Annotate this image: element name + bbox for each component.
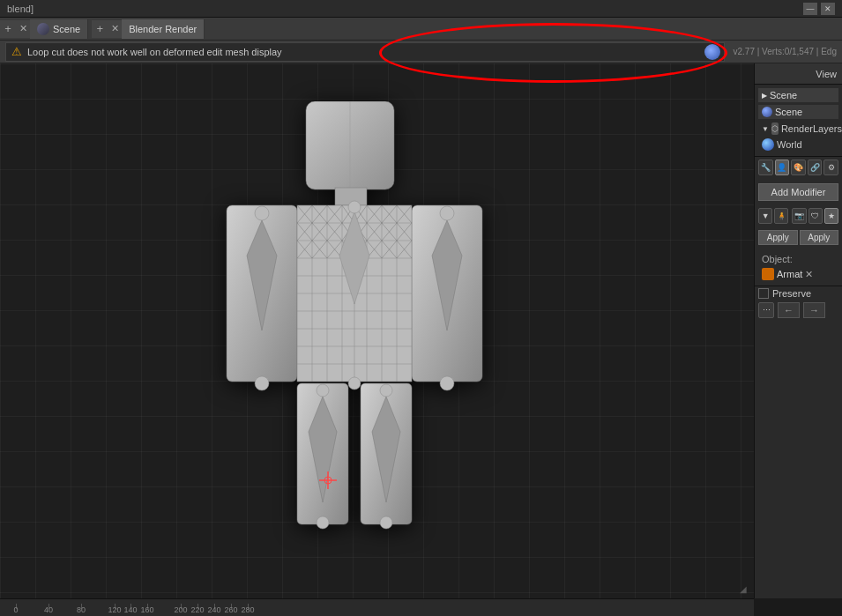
- svg-point-10: [440, 376, 454, 390]
- add-modifier-button[interactable]: Add Modifier: [758, 183, 838, 201]
- arrow-right-button[interactable]: →: [803, 302, 825, 318]
- expand-icon: ▶: [762, 92, 767, 100]
- left-leg: [297, 383, 348, 529]
- person-icon-btn[interactable]: 👤: [775, 160, 790, 175]
- sub-panel-icons: ▼ 🧍 📷 🛡 ★: [755, 206, 842, 226]
- armat-label: Armat: [777, 269, 802, 279]
- expand-icon-2: ▼: [762, 125, 769, 133]
- tab-group-left: + ✕ Scene: [0, 18, 88, 40]
- minimize-button[interactable]: —: [803, 3, 817, 15]
- panel-header: View: [755, 63, 842, 85]
- apply-button-2[interactable]: Apply: [800, 230, 839, 245]
- gear-icon-btn[interactable]: ⚙: [823, 160, 838, 175]
- scene-label: Scene: [770, 90, 797, 100]
- scene-header[interactable]: ▶ Scene: [758, 88, 838, 102]
- svg-point-77: [348, 201, 361, 213]
- armat-close-button[interactable]: ✕: [805, 269, 813, 280]
- character-model: [178, 101, 531, 561]
- apply-buttons-row: Apply Apply: [755, 228, 842, 247]
- arrows-row: ⋯ ← →: [755, 301, 842, 320]
- tab-group-right: + ✕ Blender Render: [92, 18, 205, 40]
- toolbar: ⚠ Loop cut does not work well on deforme…: [0, 41, 842, 63]
- shield-icon-btn[interactable]: 🛡: [808, 208, 823, 224]
- render-tab[interactable]: Blender Render: [122, 19, 205, 39]
- tab-row: + ✕ Scene + ✕ Blender Render: [0, 18, 842, 41]
- armat-icon: [762, 268, 774, 280]
- bottom-area: 0 40 80 120 140 160 200 220 240 260 280 …: [0, 598, 842, 616]
- character-svg: [178, 101, 531, 560]
- torso: [297, 201, 412, 390]
- title-bar: blend] — ✕: [0, 0, 842, 18]
- right-leg: [361, 383, 412, 529]
- world-sphere-icon: [762, 138, 774, 151]
- right-arm: [412, 205, 482, 390]
- close-tab-button[interactable]: ✕: [16, 20, 30, 38]
- svg-point-5: [255, 206, 269, 220]
- render-layers-label: RenderLayers: [781, 123, 842, 134]
- armat-row: Armat ✕: [758, 266, 838, 282]
- down-arrow-icon-btn[interactable]: ▼: [758, 208, 772, 224]
- object-label: Object:: [758, 252, 838, 266]
- ruler: 0 40 80 120 140 160 200 220 240 260 280: [0, 598, 754, 616]
- preserve-label: Preserve: [772, 288, 811, 299]
- svg-point-81: [317, 384, 329, 397]
- add-tab-button[interactable]: +: [0, 20, 16, 38]
- wrench-icon-btn[interactable]: 🔧: [758, 160, 773, 175]
- star-icon-btn[interactable]: ★: [824, 208, 838, 224]
- warning-message: Loop cut does not work well on deformed …: [27, 47, 282, 57]
- world-row: World: [758, 137, 838, 152]
- apply-button-1[interactable]: Apply: [758, 230, 798, 245]
- svg-point-9: [440, 206, 454, 220]
- svg-point-78: [348, 377, 361, 390]
- scene-tab-label: Scene: [53, 24, 80, 34]
- scene-name-row: Scene: [758, 105, 838, 119]
- world-label: World: [777, 139, 802, 150]
- scene-tab[interactable]: Scene: [30, 19, 88, 39]
- viewport-3d[interactable]: ◢: [0, 63, 754, 598]
- preserve-row: Preserve: [755, 286, 842, 301]
- scene-icon: [762, 107, 772, 117]
- blender-logo-icon: [704, 44, 720, 60]
- link-icon-btn[interactable]: 🔗: [808, 160, 823, 175]
- window-controls: — ✕: [803, 3, 835, 15]
- svg-point-86: [380, 516, 392, 529]
- add-tab-button-2[interactable]: +: [92, 20, 108, 38]
- render-layers-row: ▼ ⬡ RenderLayers: [758, 121, 838, 137]
- stick-figure-icon-btn[interactable]: 🧍: [774, 208, 788, 224]
- close-tab-button-2[interactable]: ✕: [108, 20, 122, 38]
- corner-resize-icon: ◢: [740, 584, 754, 598]
- warning-bar: ⚠ Loop cut does not work well on deforme…: [5, 42, 725, 62]
- scene-section: ▶ Scene Scene ▼ ⬡ RenderLayers World: [755, 85, 842, 157]
- svg-point-85: [380, 384, 392, 397]
- arrow-left-button[interactable]: ←: [778, 302, 800, 318]
- render-tab-label: Blender Render: [129, 24, 197, 34]
- svg-point-82: [317, 516, 329, 529]
- scene-name: Scene: [775, 107, 802, 117]
- left-arm: [227, 205, 297, 390]
- camera-icon-btn[interactable]: 📷: [792, 208, 806, 224]
- ruler-marks: 0 40 80 120 140 160 200 220 240 260 280: [0, 598, 754, 616]
- close-button[interactable]: ✕: [821, 3, 835, 15]
- color-icon-btn[interactable]: 🎨: [791, 160, 806, 175]
- icons-row: 🔧 👤 🎨 🔗 ⚙: [755, 157, 842, 178]
- scene-tab-icon: [37, 23, 49, 35]
- svg-point-6: [255, 376, 269, 390]
- object-section: Object: Armat ✕: [755, 249, 842, 286]
- add-modifier-section: Add Modifier: [755, 178, 842, 206]
- version-info: v2.77 | Verts:0/1,547 | Edg: [734, 47, 838, 56]
- title-text: blend]: [7, 4, 34, 14]
- main-content: ◢ View ▶ Scene Scene ▼ ⬡ RenderLayers Wo: [0, 63, 842, 598]
- view-label: View: [816, 69, 837, 79]
- warning-icon: ⚠: [11, 45, 22, 58]
- right-panel: View ▶ Scene Scene ▼ ⬡ RenderLayers Worl…: [754, 63, 842, 598]
- render-layers-icon: ⬡: [771, 122, 779, 135]
- dots-icon-btn[interactable]: ⋯: [758, 302, 774, 318]
- preserve-checkbox[interactable]: [758, 288, 769, 299]
